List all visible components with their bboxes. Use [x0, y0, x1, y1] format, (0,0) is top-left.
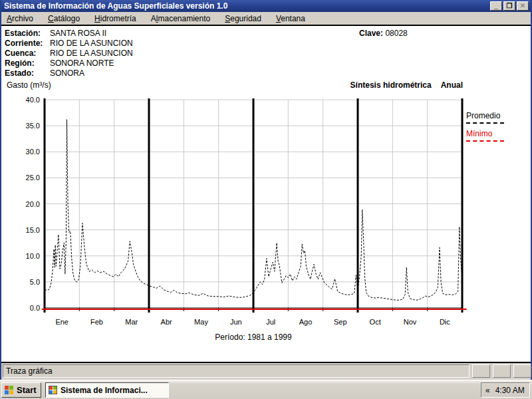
svg-text:May: May	[194, 318, 208, 326]
status-bar: Traza gráfica	[0, 363, 532, 380]
svg-text:5.0: 5.0	[30, 278, 40, 286]
taskbar: Start Sistema de Informaci... « 4:30 AM	[0, 380, 532, 399]
station-row: Estado: SONORA	[5, 68, 133, 78]
station-value: RIO DE LA ASUNCION	[50, 39, 133, 49]
svg-text:Abr: Abr	[161, 318, 172, 326]
svg-text:Jun: Jun	[230, 318, 242, 326]
chart-mode: Anual	[441, 80, 463, 90]
status-panel-1	[472, 364, 490, 378]
window-title: Sistema de Información de Aguas Superfic…	[4, 1, 227, 11]
svg-text:25.0: 25.0	[26, 174, 40, 182]
menu-item-ventana[interactable]: Ventana	[276, 14, 305, 23]
system-tray: « 4:30 AM	[481, 382, 530, 398]
window-controls: _ ❐ ✕	[490, 1, 529, 11]
close-button-icon[interactable]: ✕	[517, 1, 529, 11]
svg-text:Ago: Ago	[299, 318, 313, 326]
station-key: Clave: 08028	[359, 29, 408, 39]
taskbar-task-button[interactable]: Sistema de Informaci...	[45, 382, 169, 398]
station-label: Corriente:	[5, 39, 50, 49]
svg-text:0.0: 0.0	[30, 304, 40, 312]
station-key-label: Clave:	[359, 29, 383, 38]
start-button-label: Start	[17, 385, 37, 395]
station-row: Cuenca: RIO DE LA ASUNCION	[5, 49, 133, 59]
desktop: Sistema de Información de Aguas Superfic…	[0, 0, 532, 399]
svg-text:40.0: 40.0	[26, 96, 40, 104]
app-icon	[49, 386, 57, 394]
chart-title-text: Síntesis hidrométrica	[350, 80, 432, 90]
station-row: Región: SONORA NORTE	[5, 59, 133, 68]
station-label: Estación:	[5, 29, 50, 39]
svg-text:Sep: Sep	[334, 318, 347, 326]
station-info: Estación: SANTA ROSA II Corriente: RIO D…	[5, 29, 133, 78]
station-label: Cuenca:	[5, 49, 50, 59]
svg-text:Jul: Jul	[266, 318, 275, 326]
svg-text:30.0: 30.0	[26, 148, 40, 156]
app-window: Sistema de Información de Aguas Superfic…	[0, 0, 532, 380]
station-label: Estado:	[5, 68, 50, 78]
minimize-button-icon[interactable]: _	[490, 1, 502, 11]
station-value: SONORA NORTE	[50, 59, 114, 68]
svg-text:Mar: Mar	[125, 318, 138, 326]
legend-minimo-label: Mínimo	[466, 129, 504, 138]
content-area: 0.05.010.015.020.025.030.035.040.0EneFeb…	[1, 25, 531, 363]
task-button-label: Sistema de Informaci...	[61, 386, 148, 395]
menu-item-seguridad[interactable]: Seguridad	[225, 14, 261, 23]
title-bar[interactable]: Sistema de Información de Aguas Superfic…	[1, 0, 531, 12]
chart-legend: Promedio Mínimo	[466, 111, 504, 142]
status-panel-3	[513, 364, 531, 378]
svg-text:Feb: Feb	[90, 318, 103, 326]
start-button[interactable]: Start	[1, 382, 41, 398]
station-value: SANTA ROSA II	[50, 29, 106, 39]
menu-item-catálogo[interactable]: Catálogo	[48, 14, 80, 23]
legend-promedio-label: Promedio	[466, 111, 504, 120]
svg-text:10.0: 10.0	[26, 252, 40, 260]
period-label: Período: 1981 a 1999	[45, 332, 462, 342]
menu-item-hidrometría[interactable]: Hidrometría	[94, 14, 136, 23]
station-key-value: 08028	[385, 29, 407, 38]
menu-item-almacenamiento[interactable]: Almacenamiento	[151, 14, 210, 23]
svg-text:Ene: Ene	[55, 318, 68, 326]
svg-text:20.0: 20.0	[26, 200, 40, 208]
chart-title: Síntesis hidrométrica Anual	[350, 80, 463, 90]
status-panel-2	[493, 364, 511, 378]
svg-text:Dic: Dic	[440, 318, 450, 326]
station-label: Región:	[5, 59, 50, 68]
y-axis-title: Gasto (m³/s)	[7, 80, 51, 90]
station-value: SONORA	[50, 68, 84, 78]
tray-collapse-icon[interactable]: «	[485, 386, 490, 394]
windows-logo-icon	[5, 386, 14, 395]
restore-button-icon[interactable]: ❐	[503, 1, 515, 11]
menu-bar: ArchivoCatálogoHidrometríaAlmacenamiento…	[1, 12, 531, 25]
menu-item-archivo[interactable]: Archivo	[7, 14, 33, 23]
station-value: RIO DE LA ASUNCION	[50, 49, 133, 59]
svg-text:15.0: 15.0	[26, 226, 40, 234]
legend-promedio-line	[466, 122, 504, 124]
station-row: Corriente: RIO DE LA ASUNCION	[5, 39, 133, 49]
svg-text:Nov: Nov	[404, 318, 417, 326]
status-message: Traza gráfica	[3, 364, 469, 378]
clock: 4:30 AM	[495, 386, 525, 395]
svg-text:35.0: 35.0	[26, 122, 40, 130]
svg-text:Oct: Oct	[370, 318, 381, 326]
station-row: Estación: SANTA ROSA II	[5, 29, 133, 39]
legend-minimo-line	[466, 140, 504, 142]
